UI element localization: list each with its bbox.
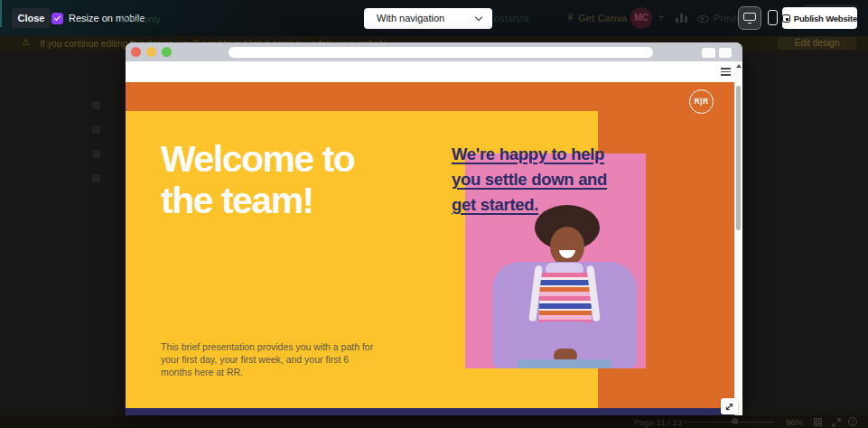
fullscreen-icon[interactable] [832, 418, 841, 427]
link-line-2[interactable]: you settle down and [452, 170, 607, 189]
publish-website-label: Publish Website [794, 14, 857, 23]
browser-toolbar-button[interactable] [702, 48, 715, 58]
dimmed-toolbar-icon [92, 150, 100, 158]
add-member-button[interactable]: + [658, 10, 665, 23]
browser-url-bar[interactable] [229, 47, 653, 58]
scroll-up-arrow-icon[interactable] [736, 64, 742, 68]
zoom-level-label: 96% [786, 417, 803, 427]
publish-icon [782, 14, 790, 23]
menu-icon[interactable] [721, 68, 731, 76]
zoom-slider-track[interactable] [684, 422, 774, 423]
zoom-slider-handle[interactable] [732, 418, 738, 424]
slide-headline: Welcome to the team! [161, 138, 432, 221]
left-edge-accent [0, 0, 2, 27]
headline-line-1: Welcome to [161, 138, 432, 180]
slide-link[interactable]: We're happy to help you settle down and … [452, 142, 623, 218]
browser-toolbar-button[interactable] [719, 48, 732, 58]
dimmed-toolbar-icon [92, 126, 100, 134]
headline-line-2: the team! [161, 180, 432, 221]
website-preview-window: R|R Welcome to the team! We're happy to … [126, 42, 742, 415]
publish-website-button[interactable]: Publish Website [782, 7, 857, 29]
editor-bottom-bar: Page 11 / 13 96% ? [0, 415, 868, 428]
mobile-icon [768, 10, 778, 25]
resize-on-mobile-checkbox[interactable] [51, 13, 63, 24]
preview-overlay: Close Resize on mobile View only Michele… [0, 0, 868, 428]
eye-icon [697, 15, 709, 23]
desktop-view-button[interactable] [738, 6, 761, 30]
navigation-mode-select[interactable]: With navigation [364, 8, 492, 29]
traffic-light-maximize-icon[interactable] [162, 47, 172, 57]
dimmed-toolbar-icon [92, 101, 100, 109]
expand-icon [724, 402, 734, 412]
traffic-light-close-icon[interactable] [131, 47, 141, 57]
mobile-view-button[interactable] [766, 8, 780, 28]
insights-icon[interactable] [676, 13, 690, 23]
browser-titlebar [126, 42, 742, 61]
site-nav-header [126, 61, 734, 82]
site-logo[interactable]: R|R [689, 89, 714, 114]
photo-person-jeans [518, 359, 611, 368]
crown-icon: ♛ [566, 12, 574, 22]
next-section-edge [126, 408, 734, 415]
fullscreen-button[interactable] [721, 398, 738, 414]
view-only-label: View only [120, 14, 161, 24]
page-indicator: Page 11 / 13 [634, 417, 682, 427]
link-line-1[interactable]: We're happy to help [452, 144, 604, 163]
chevron-down-icon [475, 14, 482, 21]
navigation-mode-value: With navigation [377, 13, 444, 23]
avatar[interactable]: MC [630, 7, 652, 29]
dimmed-toolbar-icon [92, 174, 100, 182]
link-line-3[interactable]: get started. [452, 195, 538, 214]
photo-person-face [550, 227, 584, 266]
scrollbar-thumb[interactable] [736, 86, 741, 230]
close-button[interactable]: Close [12, 8, 51, 28]
grid-view-icon[interactable] [814, 418, 822, 426]
slide-body-text: This brief presentation provides you wit… [161, 340, 375, 378]
top-toolbar: Close Resize on mobile View only Michele… [0, 0, 868, 36]
page-scrollbar[interactable] [734, 61, 742, 415]
desktop-icon [743, 13, 756, 21]
edit-design-button[interactable]: Edit design [778, 37, 856, 50]
warning-icon: ⚠ [22, 37, 30, 47]
help-icon[interactable]: ? [848, 417, 857, 426]
site-page: R|R Welcome to the team! We're happy to … [126, 82, 734, 415]
traffic-light-minimize-icon[interactable] [146, 47, 156, 57]
